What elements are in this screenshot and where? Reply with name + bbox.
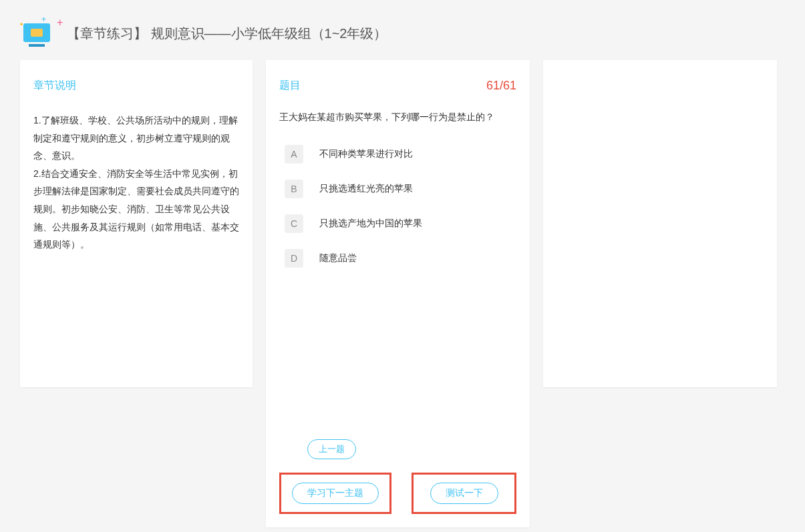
page-header: • + + 【章节练习】 规则意识——小学低年级组（1~2年级） [0, 0, 805, 60]
option-letter: D [285, 249, 303, 268]
button-area: 上一题 学习下一主题 测试一下 [266, 439, 530, 514]
chapter-description-title: 章节说明 [33, 79, 239, 93]
test-button[interactable]: 测试一下 [430, 483, 498, 504]
option-text: 不同种类苹果进行对比 [319, 148, 413, 160]
prev-button-row: 上一题 [307, 439, 516, 459]
chapter-description-text-1: 1.了解班级、学校、公共场所活动中的规则，理解制定和遵守规则的意义，初步树立遵守… [33, 111, 239, 165]
option-text: 只挑选产地为中国的苹果 [319, 218, 422, 230]
highlight-box-left: 学习下一主题 [279, 473, 391, 514]
option-b[interactable]: B 只挑选透红光亮的苹果 [279, 180, 516, 198]
page-title: 【章节练习】 规则意识——小学低年级组（1~2年级） [67, 25, 387, 43]
question-header: 题目 61/61 [279, 79, 516, 93]
right-empty-panel [543, 60, 777, 387]
highlighted-button-row: 学习下一主题 测试一下 [279, 473, 516, 514]
chapter-description-text-2: 2.结合交通安全、消防安全等生活中常见实例，初步理解法律是国家制定、需要社会成员… [33, 165, 239, 254]
main-container: 章节说明 1.了解班级、学校、公共场所活动中的规则，理解制定和遵守规则的意义，初… [0, 60, 805, 527]
option-letter: C [285, 214, 303, 233]
question-panel: 题目 61/61 王大妈在某超市购买苹果，下列哪一行为是禁止的？ A 不同种类苹… [266, 60, 530, 527]
highlight-box-right: 测试一下 [412, 473, 516, 514]
option-text: 只挑选透红光亮的苹果 [319, 183, 413, 195]
option-c[interactable]: C 只挑选产地为中国的苹果 [279, 214, 516, 233]
option-text: 随意品尝 [319, 252, 357, 264]
question-text: 王大妈在某超市购买苹果，下列哪一行为是禁止的？ [279, 111, 516, 123]
option-a[interactable]: A 不同种类苹果进行对比 [279, 145, 516, 164]
chapter-description-panel: 章节说明 1.了解班级、学校、公共场所活动中的规则，理解制定和遵守规则的意义，初… [20, 60, 253, 387]
option-letter: B [285, 180, 303, 198]
question-section-title: 题目 [279, 79, 301, 93]
option-letter: A [285, 145, 303, 164]
option-d[interactable]: D 随意品尝 [279, 249, 516, 268]
prev-question-button[interactable]: 上一题 [307, 439, 356, 459]
next-topic-button[interactable]: 学习下一主题 [292, 483, 379, 504]
question-counter: 61/61 [486, 79, 516, 93]
page-logo-icon: • + + [20, 20, 53, 47]
